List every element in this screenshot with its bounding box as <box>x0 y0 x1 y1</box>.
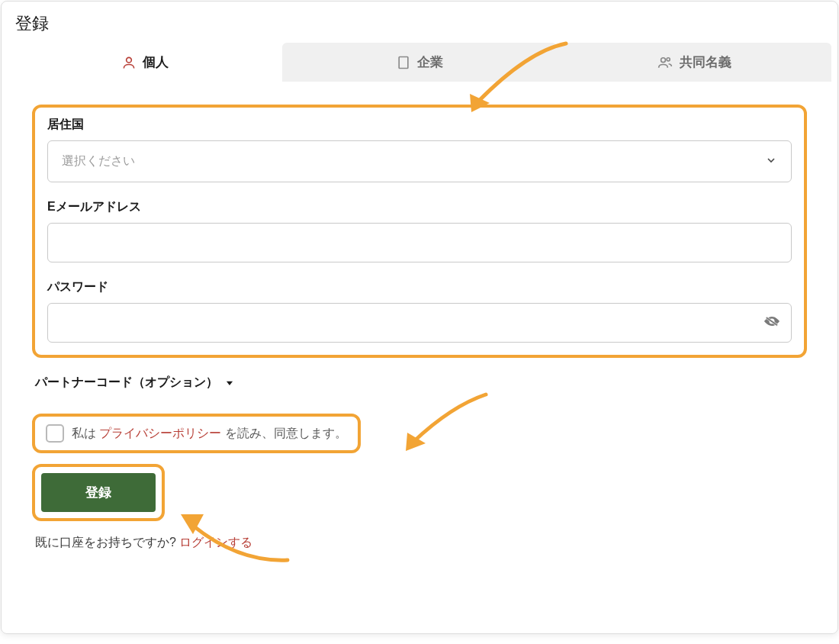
login-footer: 既に口座をお持ちですか? ログインする <box>32 535 807 551</box>
eye-off-icon[interactable] <box>763 312 781 333</box>
svg-point-9 <box>667 57 670 60</box>
account-type-tabs: 個人 企業 <box>8 43 831 82</box>
country-field-group: 居住国 選択ください <box>47 117 792 182</box>
chevron-down-icon <box>765 154 777 169</box>
login-link[interactable]: ログインする <box>179 536 252 549</box>
svg-marker-13 <box>406 433 426 451</box>
email-label: Eメールアドレス <box>47 199 792 215</box>
person-icon <box>121 55 137 70</box>
building-icon <box>396 55 411 70</box>
svg-point-8 <box>661 57 666 62</box>
page-title: 登録 <box>2 2 837 43</box>
tab-individual[interactable]: 個人 <box>8 43 282 82</box>
tab-label: 共同名義 <box>680 53 731 71</box>
annotation-arrow-icon <box>391 387 497 466</box>
svg-point-0 <box>127 57 132 63</box>
consent-highlight: 私は プライバシーポリシー を読み、同意します。 <box>32 414 361 453</box>
tab-label: 個人 <box>143 53 169 71</box>
svg-marker-12 <box>227 381 233 385</box>
privacy-policy-link[interactable]: プライバシーポリシー <box>99 427 221 440</box>
footer-text: 既に口座をお持ちですか? <box>35 536 179 549</box>
form-content: 居住国 選択ください Eメールアドレス パスワード <box>2 82 837 574</box>
consent-suffix: を読み、同意します。 <box>221 427 346 440</box>
register-button[interactable]: 登録 <box>41 473 156 512</box>
password-field-group: パスワード <box>47 279 792 343</box>
svg-marker-14 <box>181 514 204 534</box>
consent-checkbox[interactable] <box>46 424 64 443</box>
consent-text: 私は プライバシーポリシー を読み、同意します。 <box>72 426 347 442</box>
caret-down-icon <box>224 378 235 388</box>
people-icon <box>657 55 673 70</box>
submit-highlight: 登録 <box>32 464 165 521</box>
svg-rect-1 <box>399 56 408 68</box>
password-label: パスワード <box>47 279 792 295</box>
tab-company[interactable]: 企業 <box>282 43 557 82</box>
email-field-group: Eメールアドレス <box>47 199 792 262</box>
main-fields-highlight: 居住国 選択ください Eメールアドレス パスワード <box>32 105 807 358</box>
registration-window: 登録 個人 <box>1 1 838 634</box>
country-select[interactable]: 選択ください <box>47 140 792 182</box>
tab-label: 企業 <box>417 53 443 71</box>
partner-code-label: パートナーコード（オプション） <box>35 375 218 391</box>
email-input[interactable] <box>47 223 792 262</box>
country-label: 居住国 <box>47 117 792 133</box>
password-input[interactable] <box>47 303 792 343</box>
consent-prefix: 私は <box>72 427 99 440</box>
partner-code-expander[interactable]: パートナーコード（オプション） <box>32 375 807 391</box>
tab-joint[interactable]: 共同名義 <box>557 43 831 82</box>
country-placeholder: 選択ください <box>62 153 135 169</box>
